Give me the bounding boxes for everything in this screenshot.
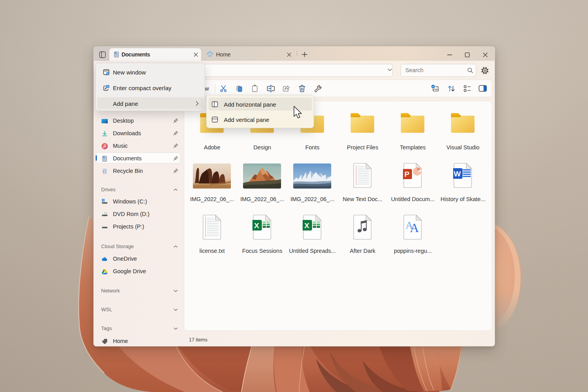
svg-text:X: X [304, 221, 309, 230]
svg-text:X: X [254, 221, 259, 230]
svg-text:W: W [454, 170, 461, 178]
svg-text:A: A [410, 221, 419, 235]
svg-text:P: P [405, 170, 410, 178]
